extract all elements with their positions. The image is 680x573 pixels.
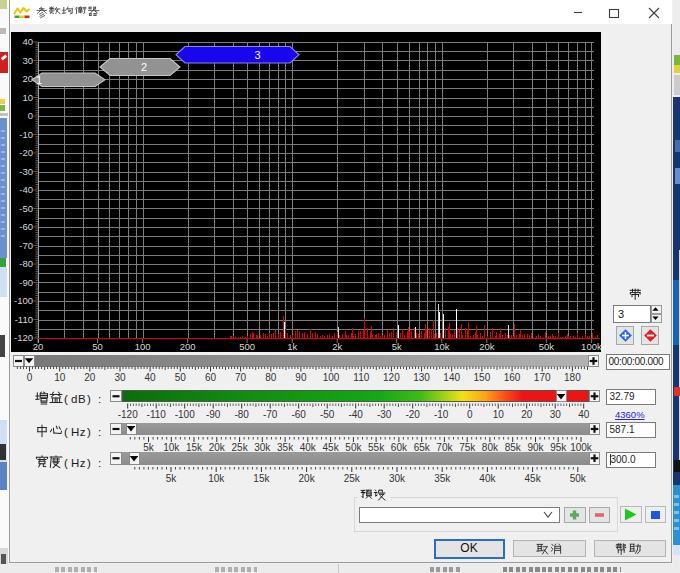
svg-text:160: 160 — [504, 372, 521, 383]
svg-text:45k: 45k — [323, 442, 340, 453]
svg-text:25k: 25k — [232, 442, 249, 453]
svg-text:35k: 35k — [277, 442, 294, 453]
svg-text:25k: 25k — [344, 473, 361, 484]
svg-text:10: 10 — [493, 409, 505, 420]
svg-text:90: 90 — [295, 372, 307, 383]
svg-text:-10: -10 — [434, 409, 449, 420]
svg-text:20k: 20k — [299, 473, 316, 484]
svg-text:50: 50 — [175, 372, 187, 383]
svg-text:10: 10 — [54, 372, 66, 383]
svg-text:20: 20 — [521, 409, 533, 420]
svg-text:90k: 90k — [527, 442, 544, 453]
svg-text:120: 120 — [383, 372, 400, 383]
svg-text:5k: 5k — [143, 442, 155, 453]
svg-text:-120: -120 — [118, 409, 138, 420]
svg-text:-110: -110 — [147, 409, 167, 420]
svg-text:40: 40 — [145, 372, 157, 383]
svg-text:-50: -50 — [320, 409, 335, 420]
svg-text:50k: 50k — [570, 473, 587, 484]
svg-text:170: 170 — [534, 372, 551, 383]
svg-text:-30: -30 — [377, 409, 392, 420]
svg-text:95k: 95k — [550, 442, 567, 453]
svg-text:65k: 65k — [414, 442, 431, 453]
svg-text:30k: 30k — [389, 473, 406, 484]
svg-text:15k: 15k — [253, 473, 270, 484]
svg-text:45k: 45k — [525, 473, 542, 484]
svg-text:40k: 40k — [479, 473, 496, 484]
svg-text:-90: -90 — [206, 409, 221, 420]
svg-text:30: 30 — [114, 372, 126, 383]
svg-text:-60: -60 — [291, 409, 306, 420]
svg-text:40k: 40k — [300, 442, 317, 453]
svg-text:20: 20 — [84, 372, 96, 383]
svg-text:85k: 85k — [505, 442, 522, 453]
svg-text:10k: 10k — [163, 442, 180, 453]
svg-text:-80: -80 — [234, 409, 249, 420]
svg-text:100: 100 — [323, 372, 340, 383]
svg-text:60k: 60k — [391, 442, 408, 453]
svg-text:40: 40 — [578, 409, 590, 420]
svg-text:20k: 20k — [209, 442, 226, 453]
svg-text:110: 110 — [353, 372, 369, 383]
svg-text:(Hz):: (Hz): — [64, 456, 102, 468]
svg-text:100k: 100k — [570, 442, 593, 453]
svg-text:80k: 80k — [482, 442, 499, 453]
svg-text:(Hz):: (Hz): — [64, 426, 102, 438]
svg-text:150: 150 — [474, 372, 491, 383]
svg-text:-40: -40 — [348, 409, 363, 420]
svg-text:0: 0 — [467, 409, 473, 420]
svg-text:5k: 5k — [166, 473, 178, 484]
svg-text:140: 140 — [443, 372, 460, 383]
svg-text:70: 70 — [235, 372, 247, 383]
svg-text:-100: -100 — [175, 409, 195, 420]
svg-text:80: 80 — [265, 372, 277, 383]
svg-text:-70: -70 — [263, 409, 278, 420]
svg-text:130: 130 — [413, 372, 430, 383]
svg-text:50k: 50k — [345, 442, 362, 453]
svg-text:15k: 15k — [186, 442, 203, 453]
svg-text:60: 60 — [205, 372, 217, 383]
svg-text:70k: 70k — [436, 442, 453, 453]
svg-text:(dB):: (dB): — [64, 392, 102, 404]
svg-text:180: 180 — [564, 372, 581, 383]
svg-text:55k: 55k — [368, 442, 385, 453]
svg-text:35k: 35k — [434, 473, 451, 484]
svg-text:-20: -20 — [405, 409, 420, 420]
svg-text:0: 0 — [27, 372, 33, 383]
svg-text:30k: 30k — [254, 442, 271, 453]
svg-text:30: 30 — [550, 409, 562, 420]
svg-text:75k: 75k — [459, 442, 476, 453]
svg-text:10k: 10k — [208, 473, 225, 484]
